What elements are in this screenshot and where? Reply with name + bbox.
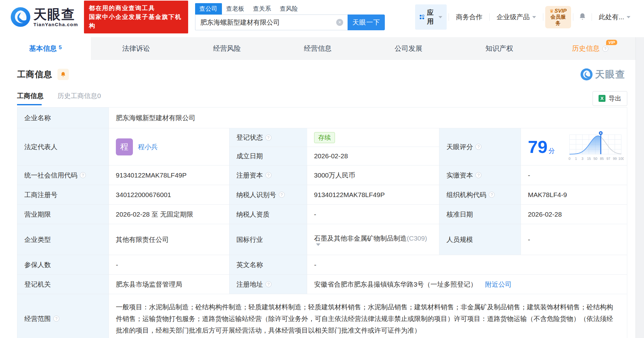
reg-capital-value: 3000万人民币 [307, 166, 440, 185]
paid-capital-value: - [521, 166, 627, 185]
notification-bell-icon[interactable] [578, 12, 587, 22]
table-row: 法定代表人 程 程小兵 登记状态? 存续 成立日期 2026-02-28 天眼评… [17, 128, 627, 166]
vip-badge: VIP [606, 40, 617, 45]
taxpayer-id-value: 91340122MAK78LF49P [307, 185, 440, 204]
help-icon[interactable]: ? [80, 172, 86, 178]
page-scroll-gutter[interactable] [635, 37, 644, 338]
company-name-value: 肥东海螺新型建材有限公司 [109, 108, 627, 128]
taxpayer-quality-value: - [307, 205, 440, 224]
help-icon[interactable]: ? [475, 172, 481, 178]
industry-code: (C309) [407, 233, 427, 243]
chevron-down-icon [532, 16, 536, 18]
reg-number-value: 340122000676001 [109, 185, 230, 204]
help-icon[interactable]: ? [265, 172, 271, 178]
help-icon[interactable]: ? [279, 192, 285, 198]
search-tab-company[interactable]: 查公司 [195, 3, 222, 15]
tab-label: 基本信息 [29, 44, 57, 53]
svip-sublabel: 会员服务 [550, 14, 567, 26]
divider [573, 13, 573, 21]
section-title: 工商信息 [17, 69, 52, 80]
term-value: 2026-02-28 至 无固定期限 [109, 205, 230, 224]
tab-basic-info[interactable]: 基本信息 5 [0, 37, 91, 60]
nav-enterprise[interactable]: 企业级产品 [497, 13, 536, 21]
credit-code-value: 91340122MAK78LF49P [109, 166, 230, 185]
search-block: 查公司 查老板 查关系 查风险 × 天眼一下 [195, 4, 385, 30]
table-row: 企业名称 肥东海螺新型建材有限公司 [17, 108, 627, 128]
subtab-business-info[interactable]: 工商信息 [17, 91, 44, 105]
watermark-text: 天眼查 [595, 68, 625, 81]
table-row: 营业期限 2026-02-28 至 无固定期限 纳税人资质 - 核准日期 202… [17, 205, 627, 224]
apps-grid-icon [420, 14, 424, 20]
tab-legal-litigation[interactable]: 法律诉讼 [91, 37, 182, 60]
legal-rep-avatar[interactable]: 程 [116, 138, 133, 155]
paid-capital-cell: 实缴资本? [439, 166, 521, 185]
authority-label: 登记机关 [17, 275, 109, 294]
nav-account[interactable]: 此处有... [599, 13, 630, 21]
search-tab-risk[interactable]: 查风险 [276, 3, 302, 15]
tab-label: 经营风险 [213, 44, 241, 53]
establish-date-label: 成立日期 [230, 147, 307, 165]
svg-text:100: 100 [618, 157, 624, 160]
table-row: 登记机关 肥东县市场监督管理局 注册地址? 安徽省合肥市肥东县撮镇镇东华路3号（… [17, 275, 627, 294]
help-icon[interactable]: ? [602, 46, 608, 52]
reg-capital-label: 注册资本 [236, 171, 263, 180]
nav-apps[interactable]: 应用 [415, 4, 447, 30]
help-icon[interactable]: ? [53, 316, 59, 322]
tab-count-badge: 5 [59, 44, 62, 51]
reg-capital-cell: 注册资本? [230, 166, 307, 185]
scope-label: 经营范围 [24, 314, 51, 323]
tianyancha-logo[interactable]: 天眼查 TianYanCha.com [11, 7, 78, 27]
approve-date-label: 核准日期 [439, 205, 521, 224]
industry-value: 石墨及其他非金属矿物制品制造(C309) [307, 224, 440, 255]
authority-value: 肥东县市场监督管理局 [109, 275, 230, 294]
table-row: 工商注册号 340122000676001 纳税人识别号? 91340122MA… [17, 185, 627, 205]
nearby-companies-link[interactable]: 附近公司 [485, 280, 512, 289]
tab-operation-info[interactable]: 经营信息 [272, 37, 363, 60]
top-nav: 应用 商务合作 企业级产品 ♛SVIP 会员服务 此处有... [415, 4, 635, 30]
help-icon[interactable]: ? [489, 192, 495, 198]
help-icon[interactable]: ? [475, 144, 481, 150]
tianyancha-watermark-icon [581, 68, 593, 80]
search-tab-relation[interactable]: 查关系 [249, 3, 276, 15]
tab-operation-risk[interactable]: 经营风险 [182, 37, 272, 60]
help-icon[interactable]: ? [265, 281, 271, 287]
address-cell: 注册地址? [230, 275, 307, 294]
table-row: 参保人数 - 英文名称 - [17, 255, 627, 275]
help-icon[interactable]: ? [265, 135, 271, 141]
scope-value: 一般项目：水泥制品制造；砼结构构件制造；轻质建筑材料制造；轻质建筑材料销售；水泥… [109, 294, 627, 338]
promo-banner[interactable]: 都在用的商业查询工具 国家中小企业发展子基金旗下机构 [84, 1, 188, 33]
legal-rep-label: 法定代表人 [17, 128, 109, 165]
score-value: 79分 [528, 137, 555, 157]
credit-code-label: 统一社会信用代码 [24, 171, 77, 180]
tab-label: 经营信息 [304, 44, 332, 53]
industry-name: 石墨及其他非金属矿物制品制造 [314, 233, 407, 243]
search-input[interactable] [195, 15, 348, 30]
taxpayer-id-cell: 纳税人识别号? [230, 185, 307, 204]
english-name-label: 英文名称 [230, 255, 307, 274]
tab-label: 法律诉讼 [122, 44, 150, 53]
svg-text:85: 85 [600, 157, 604, 160]
search-tab-boss[interactable]: 查老板 [222, 3, 249, 15]
legal-rep-link[interactable]: 程小兵 [138, 143, 158, 151]
subscribe-bell-icon[interactable] [57, 69, 69, 80]
table-row: 经营范围? 一般项目：水泥制品制造；砼结构构件制造；轻质建筑材料制造；轻质建筑材… [17, 294, 627, 338]
search-button[interactable]: 天眼一下 [348, 15, 385, 30]
tab-history-info[interactable]: VIP 历史信息 ? [545, 37, 635, 60]
svg-text:50: 50 [593, 157, 597, 160]
nav-cooperation[interactable]: 商务合作 [456, 13, 482, 21]
chevron-down-icon[interactable] [316, 243, 320, 246]
export-button[interactable]: X 导出 [593, 91, 627, 106]
tab-intellectual-property[interactable]: 知识产权 [454, 37, 545, 60]
score-distribution-chart: 0131550859799100 [566, 130, 624, 163]
staff-size-label: 人员规模 [439, 224, 521, 255]
table-row: 统一社会信用代码? 91340122MAK78LF49P 注册资本? 3000万… [17, 166, 627, 185]
subtab-label: 历史工商信息 [57, 92, 97, 99]
scope-cell: 经营范围? [17, 294, 109, 338]
nav-svip-badge[interactable]: ♛SVIP 会员服务 [545, 6, 571, 28]
tab-company-development[interactable]: 公司发展 [363, 37, 454, 60]
brand-name: 天眼查 [33, 7, 78, 22]
subtab-history-business-info[interactable]: 历史工商信息0 [57, 91, 101, 105]
score-label: 天眼评分 [446, 143, 473, 151]
promo-line1: 都在用的商业查询工具 [89, 4, 183, 13]
term-label: 营业期限 [17, 205, 109, 224]
